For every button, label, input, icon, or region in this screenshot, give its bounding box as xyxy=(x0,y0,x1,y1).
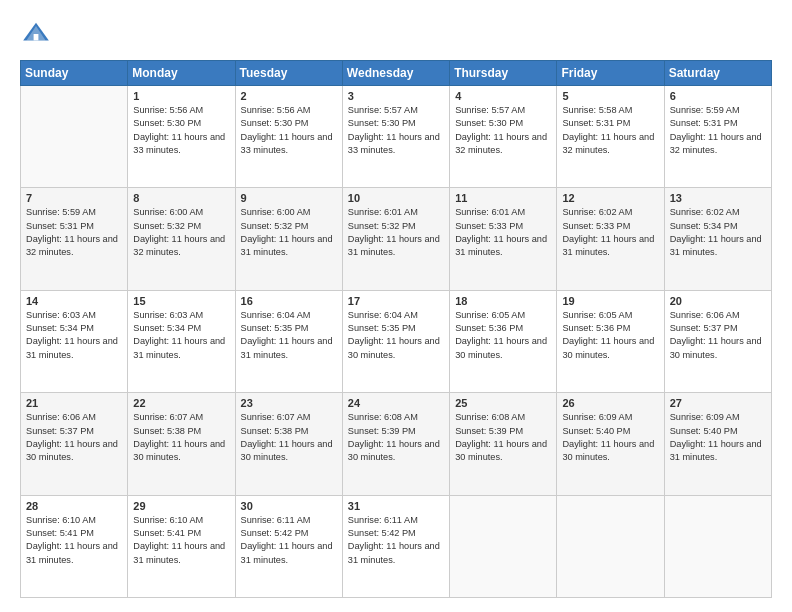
day-info: Sunrise: 6:00 AMSunset: 5:32 PMDaylight:… xyxy=(241,206,337,259)
day-cell: 1Sunrise: 5:56 AMSunset: 5:30 PMDaylight… xyxy=(128,86,235,188)
day-cell: 20Sunrise: 6:06 AMSunset: 5:37 PMDayligh… xyxy=(664,290,771,392)
day-cell: 9Sunrise: 6:00 AMSunset: 5:32 PMDaylight… xyxy=(235,188,342,290)
day-info: Sunrise: 6:10 AMSunset: 5:41 PMDaylight:… xyxy=(133,514,229,567)
day-number: 1 xyxy=(133,90,229,102)
day-cell: 5Sunrise: 5:58 AMSunset: 5:31 PMDaylight… xyxy=(557,86,664,188)
day-number: 19 xyxy=(562,295,658,307)
day-cell: 10Sunrise: 6:01 AMSunset: 5:32 PMDayligh… xyxy=(342,188,449,290)
day-number: 13 xyxy=(670,192,766,204)
day-number: 22 xyxy=(133,397,229,409)
day-info: Sunrise: 6:07 AMSunset: 5:38 PMDaylight:… xyxy=(133,411,229,464)
day-info: Sunrise: 6:05 AMSunset: 5:36 PMDaylight:… xyxy=(455,309,551,362)
weekday-header-tuesday: Tuesday xyxy=(235,61,342,86)
day-number: 31 xyxy=(348,500,444,512)
day-info: Sunrise: 5:56 AMSunset: 5:30 PMDaylight:… xyxy=(241,104,337,157)
day-info: Sunrise: 6:06 AMSunset: 5:37 PMDaylight:… xyxy=(26,411,122,464)
day-cell: 13Sunrise: 6:02 AMSunset: 5:34 PMDayligh… xyxy=(664,188,771,290)
day-cell: 21Sunrise: 6:06 AMSunset: 5:37 PMDayligh… xyxy=(21,393,128,495)
day-cell: 30Sunrise: 6:11 AMSunset: 5:42 PMDayligh… xyxy=(235,495,342,597)
day-info: Sunrise: 5:59 AMSunset: 5:31 PMDaylight:… xyxy=(670,104,766,157)
day-cell: 28Sunrise: 6:10 AMSunset: 5:41 PMDayligh… xyxy=(21,495,128,597)
day-cell: 26Sunrise: 6:09 AMSunset: 5:40 PMDayligh… xyxy=(557,393,664,495)
day-number: 2 xyxy=(241,90,337,102)
day-info: Sunrise: 5:56 AMSunset: 5:30 PMDaylight:… xyxy=(133,104,229,157)
day-info: Sunrise: 5:59 AMSunset: 5:31 PMDaylight:… xyxy=(26,206,122,259)
day-info: Sunrise: 6:10 AMSunset: 5:41 PMDaylight:… xyxy=(26,514,122,567)
day-info: Sunrise: 6:09 AMSunset: 5:40 PMDaylight:… xyxy=(562,411,658,464)
day-info: Sunrise: 5:58 AMSunset: 5:31 PMDaylight:… xyxy=(562,104,658,157)
weekday-header-row: SundayMondayTuesdayWednesdayThursdayFrid… xyxy=(21,61,772,86)
day-number: 16 xyxy=(241,295,337,307)
day-cell: 8Sunrise: 6:00 AMSunset: 5:32 PMDaylight… xyxy=(128,188,235,290)
week-row-4: 21Sunrise: 6:06 AMSunset: 5:37 PMDayligh… xyxy=(21,393,772,495)
day-number: 29 xyxy=(133,500,229,512)
day-cell: 7Sunrise: 5:59 AMSunset: 5:31 PMDaylight… xyxy=(21,188,128,290)
day-number: 25 xyxy=(455,397,551,409)
day-number: 15 xyxy=(133,295,229,307)
day-number: 24 xyxy=(348,397,444,409)
day-cell: 17Sunrise: 6:04 AMSunset: 5:35 PMDayligh… xyxy=(342,290,449,392)
day-cell xyxy=(557,495,664,597)
day-number: 12 xyxy=(562,192,658,204)
day-number: 21 xyxy=(26,397,122,409)
weekday-header-monday: Monday xyxy=(128,61,235,86)
weekday-header-thursday: Thursday xyxy=(450,61,557,86)
week-row-5: 28Sunrise: 6:10 AMSunset: 5:41 PMDayligh… xyxy=(21,495,772,597)
day-cell xyxy=(664,495,771,597)
calendar-table: SundayMondayTuesdayWednesdayThursdayFrid… xyxy=(20,60,772,598)
day-number: 8 xyxy=(133,192,229,204)
day-number: 20 xyxy=(670,295,766,307)
day-cell: 3Sunrise: 5:57 AMSunset: 5:30 PMDaylight… xyxy=(342,86,449,188)
weekday-header-sunday: Sunday xyxy=(21,61,128,86)
day-info: Sunrise: 6:01 AMSunset: 5:32 PMDaylight:… xyxy=(348,206,444,259)
day-cell: 22Sunrise: 6:07 AMSunset: 5:38 PMDayligh… xyxy=(128,393,235,495)
day-cell: 4Sunrise: 5:57 AMSunset: 5:30 PMDaylight… xyxy=(450,86,557,188)
day-number: 9 xyxy=(241,192,337,204)
day-cell: 29Sunrise: 6:10 AMSunset: 5:41 PMDayligh… xyxy=(128,495,235,597)
day-info: Sunrise: 5:57 AMSunset: 5:30 PMDaylight:… xyxy=(455,104,551,157)
day-number: 10 xyxy=(348,192,444,204)
day-info: Sunrise: 6:06 AMSunset: 5:37 PMDaylight:… xyxy=(670,309,766,362)
day-cell: 6Sunrise: 5:59 AMSunset: 5:31 PMDaylight… xyxy=(664,86,771,188)
weekday-header-saturday: Saturday xyxy=(664,61,771,86)
header xyxy=(20,18,772,50)
day-info: Sunrise: 6:02 AMSunset: 5:34 PMDaylight:… xyxy=(670,206,766,259)
day-cell: 11Sunrise: 6:01 AMSunset: 5:33 PMDayligh… xyxy=(450,188,557,290)
day-cell: 24Sunrise: 6:08 AMSunset: 5:39 PMDayligh… xyxy=(342,393,449,495)
day-number: 6 xyxy=(670,90,766,102)
day-info: Sunrise: 6:07 AMSunset: 5:38 PMDaylight:… xyxy=(241,411,337,464)
day-info: Sunrise: 6:02 AMSunset: 5:33 PMDaylight:… xyxy=(562,206,658,259)
day-info: Sunrise: 6:04 AMSunset: 5:35 PMDaylight:… xyxy=(241,309,337,362)
day-number: 5 xyxy=(562,90,658,102)
day-number: 4 xyxy=(455,90,551,102)
week-row-2: 7Sunrise: 5:59 AMSunset: 5:31 PMDaylight… xyxy=(21,188,772,290)
day-info: Sunrise: 6:08 AMSunset: 5:39 PMDaylight:… xyxy=(348,411,444,464)
day-info: Sunrise: 6:08 AMSunset: 5:39 PMDaylight:… xyxy=(455,411,551,464)
day-number: 27 xyxy=(670,397,766,409)
day-cell: 14Sunrise: 6:03 AMSunset: 5:34 PMDayligh… xyxy=(21,290,128,392)
day-number: 3 xyxy=(348,90,444,102)
day-number: 18 xyxy=(455,295,551,307)
day-number: 30 xyxy=(241,500,337,512)
day-info: Sunrise: 6:00 AMSunset: 5:32 PMDaylight:… xyxy=(133,206,229,259)
day-cell: 27Sunrise: 6:09 AMSunset: 5:40 PMDayligh… xyxy=(664,393,771,495)
day-info: Sunrise: 6:09 AMSunset: 5:40 PMDaylight:… xyxy=(670,411,766,464)
day-info: Sunrise: 6:03 AMSunset: 5:34 PMDaylight:… xyxy=(133,309,229,362)
day-cell xyxy=(21,86,128,188)
day-number: 26 xyxy=(562,397,658,409)
day-cell: 19Sunrise: 6:05 AMSunset: 5:36 PMDayligh… xyxy=(557,290,664,392)
day-number: 14 xyxy=(26,295,122,307)
day-cell: 2Sunrise: 5:56 AMSunset: 5:30 PMDaylight… xyxy=(235,86,342,188)
day-number: 11 xyxy=(455,192,551,204)
day-number: 23 xyxy=(241,397,337,409)
day-info: Sunrise: 6:05 AMSunset: 5:36 PMDaylight:… xyxy=(562,309,658,362)
day-info: Sunrise: 6:11 AMSunset: 5:42 PMDaylight:… xyxy=(348,514,444,567)
day-cell: 18Sunrise: 6:05 AMSunset: 5:36 PMDayligh… xyxy=(450,290,557,392)
day-cell xyxy=(450,495,557,597)
day-cell: 25Sunrise: 6:08 AMSunset: 5:39 PMDayligh… xyxy=(450,393,557,495)
day-number: 17 xyxy=(348,295,444,307)
day-cell: 31Sunrise: 6:11 AMSunset: 5:42 PMDayligh… xyxy=(342,495,449,597)
logo xyxy=(20,18,56,50)
svg-rect-2 xyxy=(34,34,39,40)
day-info: Sunrise: 6:11 AMSunset: 5:42 PMDaylight:… xyxy=(241,514,337,567)
